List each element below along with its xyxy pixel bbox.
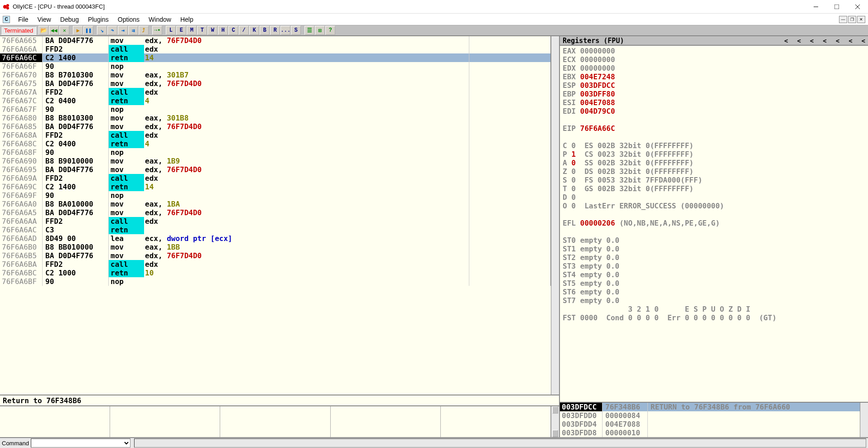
register-line[interactable]: EFL 00000206 (NO,NB,NE,A,NS,PE,GE,G)	[563, 219, 865, 227]
reg-nav-arrow[interactable]: <	[797, 37, 800, 44]
disasm-row[interactable]: 76F6A68F90nop	[0, 148, 551, 157]
register-line[interactable]: P 1 CS 0023 32bit 0(FFFFFFFF)	[563, 150, 865, 159]
register-line[interactable]: S 0 FS 0053 32bit 7FFDA000(FFF)	[563, 176, 865, 184]
disasm-row[interactable]: 76F6A68CC2 0400retn4	[0, 140, 551, 148]
disasm-row[interactable]: 76F6A67F90nop	[0, 105, 551, 114]
reg-nav-arrow[interactable]: <	[810, 37, 814, 44]
register-line[interactable]: ESI 004E7088	[563, 98, 865, 107]
toolbar-s-button[interactable]: S	[291, 26, 301, 35]
toolbar-m-button[interactable]: M	[187, 26, 197, 35]
toolbar-e-button[interactable]: E	[176, 26, 186, 35]
run-button[interactable]: ▶	[73, 26, 83, 35]
register-line[interactable]	[563, 210, 865, 219]
help-button[interactable]: ?	[325, 26, 335, 35]
register-line[interactable]: EDI 004D79C0	[563, 107, 865, 116]
register-line[interactable]: ST3 empty 0.0	[563, 262, 865, 270]
appearance-button-1[interactable]: ☰	[304, 26, 314, 35]
register-line[interactable]: ESP 003DFDCC	[563, 81, 865, 90]
disasm-row[interactable]: 76F6A6BF90nop	[0, 277, 551, 286]
disasm-row[interactable]: 76F6A6A0B8 BA010000moveax, 1BA	[0, 200, 551, 208]
disasm-row[interactable]: 76F6A68AFFD2calledx	[0, 131, 551, 140]
disasm-row[interactable]: 76F6A67CC2 0400retn4	[0, 96, 551, 105]
toolbar-l-button[interactable]: L	[166, 26, 176, 35]
maximize-button[interactable]	[826, 0, 847, 14]
register-line[interactable]	[563, 227, 865, 236]
toolbar-...-button[interactable]: ...	[280, 26, 290, 35]
register-line[interactable]: Z 0 DS 002B 32bit 0(FFFFFFFF)	[563, 167, 865, 176]
register-line[interactable]: D 0	[563, 193, 865, 202]
appearance-button-2[interactable]: ⊞	[315, 26, 325, 35]
disasm-row[interactable]: 76F6A670B8 B7010300moveax, 301B7	[0, 71, 551, 79]
disasm-row[interactable]: 76F6A685BA D0D4F776movedx, 76F7D4D0	[0, 122, 551, 131]
disasm-row[interactable]: 76F6A690B8 B9010000moveax, 1B9	[0, 157, 551, 165]
stack-row[interactable]: 003DFDD800000010	[560, 429, 860, 437]
register-line[interactable]: ST0 empty 0.0	[563, 236, 865, 245]
disasm-row[interactable]: 76F6A695BA D0D4F776movedx, 76F7D4D0	[0, 165, 551, 174]
menu-window[interactable]: Window	[144, 14, 176, 24]
toolbar-w-button[interactable]: W	[207, 26, 217, 35]
reg-nav-arrow[interactable]: <	[862, 37, 865, 44]
disasm-row[interactable]: 76F6A6AD8D49 00leaecx, dword ptr [ecx]	[0, 234, 551, 243]
menu-file[interactable]: File	[14, 14, 33, 24]
register-line[interactable]: ST7 empty 0.0	[563, 296, 865, 305]
scroll-down-icon[interactable]	[552, 430, 558, 437]
reg-nav-arrow[interactable]: <	[849, 37, 852, 44]
menu-plugins[interactable]: Plugins	[83, 14, 113, 24]
disasm-row[interactable]: 76F6A66AFFD2calledx	[0, 45, 551, 53]
mdi-close-button[interactable]: ✕	[857, 16, 865, 23]
disasm-row[interactable]: 76F6A6B5BA D0D4F776movedx, 76F7D4D0	[0, 251, 551, 260]
register-line[interactable]: ECX 00000000	[563, 55, 865, 64]
register-line[interactable]: EIP 76F6A66C	[563, 124, 865, 133]
disasm-row[interactable]: 76F6A6ACC3retn	[0, 226, 551, 234]
register-line[interactable]: ST2 empty 0.0	[563, 253, 865, 262]
register-line[interactable]: EAX 00000000	[563, 47, 865, 55]
step-over-button[interactable]: ↷	[107, 26, 117, 35]
register-line[interactable]: O 0 LastErr ERROR_SUCCESS (00000000)	[563, 202, 865, 210]
mdi-restore-button[interactable]: ❐	[848, 16, 856, 23]
register-line[interactable]: ST6 empty 0.0	[563, 288, 865, 296]
disasm-row[interactable]: 76F6A6AAFFD2calledx	[0, 217, 551, 226]
open-button[interactable]: 📂	[39, 26, 48, 35]
restart-button[interactable]: ◀◀	[49, 26, 59, 35]
close-debuggee-button[interactable]: ✕	[59, 26, 69, 35]
toolbar-k-button[interactable]: K	[249, 26, 259, 35]
register-line[interactable]: A 0 SS 002B 32bit 0(FFFFFFFF)	[563, 159, 865, 167]
disasm-row[interactable]: 76F6A6BAFFD2calledx	[0, 260, 551, 269]
menu-options[interactable]: Options	[113, 14, 144, 24]
disasm-row[interactable]: 76F6A66CC2 1400retn14	[0, 53, 551, 62]
registers-pane[interactable]: Registers (FPU) < < < < < < < EAX 000000…	[560, 36, 868, 402]
disasm-row[interactable]: 76F6A69CC2 1400retn14	[0, 183, 551, 191]
disasm-row[interactable]: 76F6A6BCC2 1000retn10	[0, 269, 551, 277]
reg-nav-arrow[interactable]: <	[784, 37, 788, 44]
toolbar-t-button[interactable]: T	[197, 26, 207, 35]
trace-into-button[interactable]: ⇥	[118, 26, 128, 35]
disassembly-scrollbar[interactable]	[551, 36, 559, 395]
register-line[interactable]: FST 0000 Cond 0 0 0 0 Err 0 0 0 0 0 0 0 …	[563, 313, 865, 322]
reg-nav-arrow[interactable]: <	[823, 37, 826, 44]
trace-over-button[interactable]: ⇉	[128, 26, 138, 35]
register-line[interactable]: ST5 empty 0.0	[563, 279, 865, 288]
disasm-row[interactable]: 76F6A67AFFD2calledx	[0, 88, 551, 96]
reg-nav-arrow[interactable]: <	[836, 37, 839, 44]
goto-button[interactable]: →•	[152, 26, 162, 35]
menu-debug[interactable]: Debug	[56, 14, 83, 24]
toolbar-/-button[interactable]: /	[239, 26, 249, 35]
stack-row[interactable]: 003DFDD4004E7088	[560, 420, 860, 429]
toolbar-r-button[interactable]: R	[270, 26, 280, 35]
dump-pane[interactable]	[0, 405, 559, 437]
execute-till-return-button[interactable]: ⤴	[139, 26, 149, 35]
disasm-row[interactable]: 76F6A69AFFD2calledx	[0, 174, 551, 183]
mdi-minimize-button[interactable]: —	[839, 16, 847, 23]
toolbar-h-button[interactable]: H	[218, 26, 228, 35]
minimize-button[interactable]	[805, 0, 826, 14]
command-input[interactable]	[31, 438, 130, 448]
register-line[interactable]	[563, 133, 865, 141]
disasm-row[interactable]: 76F6A66F90nop	[0, 62, 551, 71]
toolbar-c-button[interactable]: C	[228, 26, 238, 35]
register-line[interactable]	[563, 116, 865, 124]
disasm-row[interactable]: 76F6A680B8 B8010300moveax, 301B8	[0, 114, 551, 122]
stack-scrollbar[interactable]	[860, 403, 868, 437]
dump-scrollbar[interactable]	[551, 406, 559, 437]
scroll-up-icon[interactable]	[552, 406, 558, 414]
register-line[interactable]: C 0 ES 002B 32bit 0(FFFFFFFF)	[563, 141, 865, 150]
